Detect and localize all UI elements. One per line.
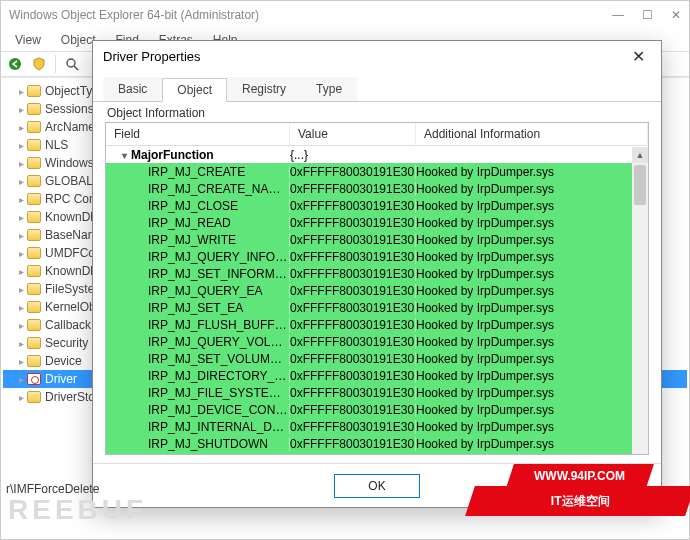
- cell-field: IRP_MJ_SHUTDOWN: [106, 437, 290, 451]
- grid-row[interactable]: IRP_MJ_LOCK_CONTROL0xFFFFF80030191E30Hoo…: [106, 452, 648, 455]
- expand-icon[interactable]: ▸: [15, 158, 27, 169]
- col-field[interactable]: Field: [106, 123, 290, 145]
- expand-icon[interactable]: ▸: [15, 194, 27, 205]
- grid-header: Field Value Additional Information: [106, 123, 648, 146]
- grid-row[interactable]: IRP_MJ_DEVICE_CONTROL0xFFFFF80030191E30H…: [106, 401, 648, 418]
- cell-info: Hooked by IrpDumper.sys: [416, 386, 648, 400]
- expand-icon[interactable]: ▸: [15, 356, 27, 367]
- expand-icon[interactable]: ▸: [15, 320, 27, 331]
- grid-row[interactable]: IRP_MJ_SHUTDOWN0xFFFFF80030191E30Hooked …: [106, 435, 648, 452]
- cell-info: Hooked by IrpDumper.sys: [416, 216, 648, 230]
- tree-item-label: KnownDll: [45, 210, 96, 224]
- grid-row[interactable]: IRP_MJ_QUERY_EA0xFFFFF80030191E30Hooked …: [106, 282, 648, 299]
- grid-row[interactable]: IRP_MJ_QUERY_INFORMATION0xFFFFF80030191E…: [106, 248, 648, 265]
- cell-info: Hooked by IrpDumper.sys: [416, 250, 648, 264]
- expand-icon[interactable]: ▸: [15, 86, 27, 97]
- driver-properties-dialog: Driver Properties ✕ Basic Object Registr…: [92, 40, 662, 508]
- tab-object[interactable]: Object: [162, 78, 227, 102]
- expand-icon[interactable]: ▸: [15, 248, 27, 259]
- cell-value: 0xFFFFF80030191E30: [290, 420, 416, 434]
- tab-registry[interactable]: Registry: [227, 77, 301, 101]
- cell-info: Hooked by IrpDumper.sys: [416, 301, 648, 315]
- grid-row[interactable]: IRP_MJ_DIRECTORY_CONTROL0xFFFFF80030191E…: [106, 367, 648, 384]
- folder-icon: [27, 229, 41, 241]
- cell-value: 0xFFFFF80030191E30: [290, 318, 416, 332]
- cell-info: Hooked by IrpDumper.sys: [416, 335, 648, 349]
- expand-icon[interactable]: ▸: [15, 230, 27, 241]
- cell-field: IRP_MJ_CREATE: [106, 165, 290, 179]
- folder-icon: [27, 319, 41, 331]
- cell-field: IRP_MJ_DEVICE_CONTROL: [106, 403, 290, 417]
- tree-item-label: ObjectTyp: [45, 84, 99, 98]
- grid-row[interactable]: IRP_MJ_QUERY_VOLUME_INF...0xFFFFF8003019…: [106, 333, 648, 350]
- expand-icon[interactable]: ▸: [15, 374, 27, 385]
- grid-row[interactable]: IRP_MJ_SET_VOLUME_INFOR...0xFFFFF8003019…: [106, 350, 648, 367]
- expand-icon[interactable]: ▸: [15, 212, 27, 223]
- cell-field: IRP_MJ_QUERY_EA: [106, 284, 290, 298]
- expand-icon[interactable]: ▸: [15, 392, 27, 403]
- grid-row[interactable]: IRP_MJ_READ0xFFFFF80030191E30Hooked by I…: [106, 214, 648, 231]
- tree-item-label: Callback: [45, 318, 91, 332]
- grid-scrollbar[interactable]: ▲: [632, 147, 648, 454]
- tab-basic[interactable]: Basic: [103, 77, 162, 101]
- grid-row[interactable]: IRP_MJ_FILE_SYSTEM_CONTR...0xFFFFF800301…: [106, 384, 648, 401]
- cell-info: Hooked by IrpDumper.sys: [416, 352, 648, 366]
- cell-field: IRP_MJ_LOCK_CONTROL: [106, 454, 290, 456]
- expand-icon[interactable]: ▸: [15, 302, 27, 313]
- tab-type[interactable]: Type: [301, 77, 357, 101]
- expand-icon[interactable]: ▸: [15, 104, 27, 115]
- object-info-grid: Field Value Additional Information Major…: [105, 122, 649, 455]
- cell-info: Hooked by IrpDumper.sys: [416, 284, 648, 298]
- toolbar-separator: [55, 55, 56, 73]
- expand-icon[interactable]: ▸: [15, 266, 27, 277]
- titlebar: Windows Object Explorer 64-bit (Administ…: [1, 1, 689, 29]
- cell-value: 0xFFFFF80030191E30: [290, 182, 416, 196]
- grid-row[interactable]: IRP_MJ_FLUSH_BUFFERS0xFFFFF80030191E30Ho…: [106, 316, 648, 333]
- grid-row[interactable]: IRP_MJ_CREATE_NAMED_PIPE0xFFFFF80030191E…: [106, 180, 648, 197]
- grid-row[interactable]: IRP_MJ_CREATE0xFFFFF80030191E30Hooked by…: [106, 163, 648, 180]
- expand-icon[interactable]: ▸: [15, 284, 27, 295]
- ok-button[interactable]: OK: [334, 474, 420, 498]
- expand-icon[interactable]: ▸: [15, 338, 27, 349]
- cell-info: Hooked by IrpDumper.sys: [416, 403, 648, 417]
- grid-parent-row[interactable]: MajorFunction{...}: [106, 146, 648, 163]
- cell-info: Hooked by IrpDumper.sys: [416, 182, 648, 196]
- col-value[interactable]: Value: [290, 123, 416, 145]
- grid-row[interactable]: IRP_MJ_WRITE0xFFFFF80030191E30Hooked by …: [106, 231, 648, 248]
- folder-icon: [27, 175, 41, 187]
- menu-view[interactable]: View: [5, 31, 51, 49]
- tree-item-label: Driver: [45, 372, 77, 386]
- scroll-thumb[interactable]: [634, 165, 646, 205]
- cell-field: IRP_MJ_FILE_SYSTEM_CONTR...: [106, 386, 290, 400]
- close-icon[interactable]: ✕: [671, 8, 681, 22]
- cell-field: IRP_MJ_SET_EA: [106, 301, 290, 315]
- grid-row[interactable]: IRP_MJ_CLOSE0xFFFFF80030191E30Hooked by …: [106, 197, 648, 214]
- expand-icon[interactable]: ▸: [15, 140, 27, 151]
- back-icon[interactable]: [7, 56, 23, 72]
- minimize-icon[interactable]: —: [612, 8, 624, 22]
- folder-icon: [27, 391, 41, 403]
- maximize-icon[interactable]: ☐: [642, 8, 653, 22]
- scroll-up-icon[interactable]: ▲: [632, 147, 648, 163]
- grid-row[interactable]: IRP_MJ_INTERNAL_DEVICE_C...0xFFFFF800301…: [106, 418, 648, 435]
- tree-item-label: BaseNam: [45, 228, 98, 242]
- expand-icon[interactable]: ▸: [15, 176, 27, 187]
- folder-icon: [27, 139, 41, 151]
- expand-icon[interactable]: ▸: [15, 122, 27, 133]
- dialog-close-icon[interactable]: ✕: [626, 47, 651, 66]
- col-additional[interactable]: Additional Information: [416, 123, 648, 145]
- cell-value: 0xFFFFF80030191E30: [290, 437, 416, 451]
- folder-icon: [27, 157, 41, 169]
- tree-item-label: Security: [45, 336, 88, 350]
- grid-row[interactable]: IRP_MJ_SET_EA0xFFFFF80030191E30Hooked by…: [106, 299, 648, 316]
- tree-item-label: Windows: [45, 156, 94, 170]
- tree-item-label: NLS: [45, 138, 68, 152]
- cell-value: 0xFFFFF80030191E30: [290, 403, 416, 417]
- grid-row[interactable]: IRP_MJ_SET_INFORMATION0xFFFFF80030191E30…: [106, 265, 648, 282]
- shield-icon[interactable]: [31, 56, 47, 72]
- cell-info: Hooked by IrpDumper.sys: [416, 437, 648, 451]
- cell-info: Hooked by IrpDumper.sys: [416, 420, 648, 434]
- folder-icon: [27, 193, 41, 205]
- search-icon[interactable]: [64, 56, 80, 72]
- banner-large: IT运维空间: [465, 486, 690, 516]
